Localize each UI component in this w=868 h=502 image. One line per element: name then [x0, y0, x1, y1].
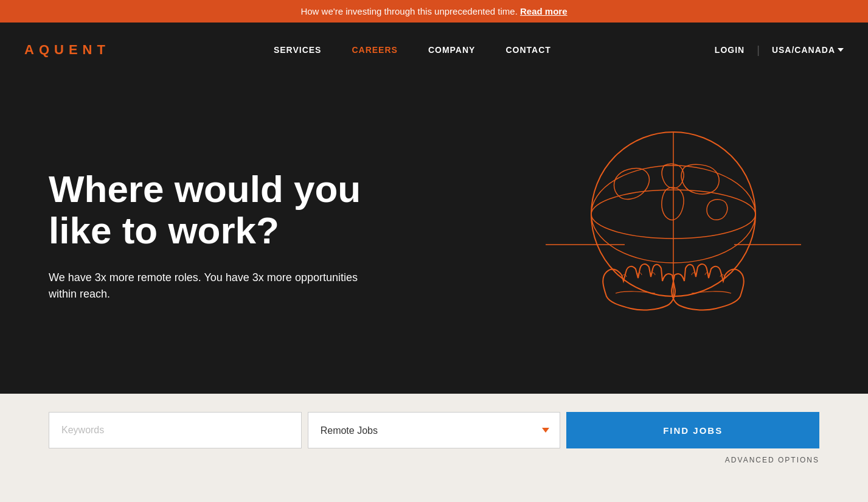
- globe-icon: [546, 114, 801, 357]
- nav-links: SERVICES CAREERS COMPANY CONTACT: [274, 45, 551, 55]
- hero-subtext: We have 3x more remote roles. You have 3…: [49, 270, 365, 302]
- site-logo[interactable]: AQUENT: [24, 42, 110, 58]
- search-section: Remote Jobs United States Canada United …: [0, 394, 868, 495]
- keyword-input[interactable]: [49, 412, 302, 448]
- hero-heading: Where would you like to work?: [49, 169, 365, 251]
- nav-careers[interactable]: CAREERS: [352, 45, 397, 55]
- hero-illustration: [546, 114, 819, 357]
- announcement-banner: How we're investing through this unprece…: [0, 0, 868, 23]
- location-select[interactable]: Remote Jobs United States Canada United …: [308, 412, 561, 448]
- find-jobs-button[interactable]: FIND JOBS: [566, 412, 819, 448]
- nav-company[interactable]: COMPANY: [428, 45, 476, 55]
- banner-text: How we're investing through this unprece…: [300, 6, 517, 16]
- region-selector[interactable]: USA/CANADA: [772, 45, 844, 55]
- nav-contact[interactable]: CONTACT: [505, 45, 550, 55]
- keyword-input-wrap: [49, 412, 302, 448]
- nav-services[interactable]: SERVICES: [274, 45, 322, 55]
- nav-divider: |: [757, 44, 760, 57]
- hero-section: Where would you like to work? We have 3x…: [0, 77, 868, 394]
- login-link[interactable]: LOGIN: [715, 45, 745, 55]
- advanced-options-link[interactable]: ADVANCED OPTIONS: [49, 456, 819, 464]
- chevron-down-icon: [838, 48, 844, 52]
- banner-link[interactable]: Read more: [520, 6, 568, 16]
- location-select-wrap: Remote Jobs United States Canada United …: [308, 412, 561, 448]
- hero-text: Where would you like to work? We have 3x…: [49, 169, 365, 302]
- search-row: Remote Jobs United States Canada United …: [49, 412, 819, 448]
- nav-right: LOGIN | USA/CANADA: [715, 44, 844, 57]
- main-navbar: AQUENT SERVICES CAREERS COMPANY CONTACT …: [0, 23, 868, 77]
